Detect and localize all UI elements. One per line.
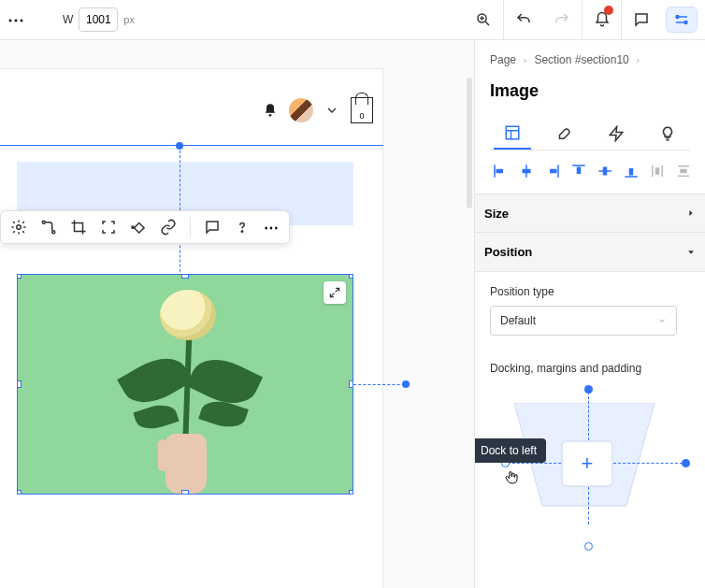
resize-handle[interactable] [349,274,353,279]
svg-marker-38 [688,251,694,253]
undo-button[interactable] [503,0,542,39]
scrollbar-track [467,78,472,208]
svg-rect-12 [134,222,144,233]
selected-image[interactable] [17,274,353,495]
svg-rect-33 [656,168,659,174]
resize-handle[interactable] [17,274,22,279]
path-icon[interactable] [40,219,57,236]
focus-icon[interactable] [100,219,117,236]
tab-interactions[interactable] [597,118,635,150]
svg-rect-20 [496,169,504,174]
avatar [289,98,313,122]
chevron-down-icon [657,316,667,325]
position-type-label: Position type [490,285,690,298]
dock-center-button[interactable]: + [561,440,613,487]
dock-bottom-handle[interactable] [584,542,593,551]
selection-top-edge [0,145,383,146]
svg-line-1 [485,22,489,25]
svg-point-9 [17,225,22,230]
cart-icon: 0 [351,97,373,123]
align-top-button[interactable] [570,162,587,180]
tab-tips[interactable] [649,118,686,150]
guide-dot-icon [176,142,183,150]
dock-right-handle[interactable] [682,459,690,467]
svg-rect-28 [603,167,608,176]
svg-point-6 [676,16,679,19]
panel-title: Image [490,81,690,101]
breadcrumb-item[interactable]: Section #section10 [534,53,628,66]
svg-point-10 [42,221,45,223]
resize-handle[interactable] [181,274,189,279]
resize-handle[interactable] [181,490,189,495]
svg-marker-18 [610,127,623,141]
tab-design[interactable] [545,118,583,150]
resize-handle[interactable] [17,490,22,495]
svg-rect-30 [629,168,634,176]
chevron-right-icon [686,208,696,218]
svg-point-8 [269,114,272,117]
svg-point-7 [684,22,687,24]
distribute-v-button[interactable] [675,162,692,180]
svg-point-11 [52,231,55,234]
align-right-button[interactable] [544,162,561,180]
animation-icon[interactable] [130,219,147,236]
plus-icon: + [582,452,594,476]
floating-toolbar: ⋯ [0,210,290,244]
svg-rect-15 [506,126,519,139]
align-middle-button[interactable] [597,162,613,180]
docking-widget: + Dock to left [499,388,669,538]
dock-tooltip: Dock to left [475,438,546,463]
svg-rect-26 [577,167,582,175]
position-section-header[interactable]: Position [475,233,705,272]
breadcrumb: Page › Section #section10 › [490,53,690,66]
link-icon[interactable] [160,219,177,236]
connect-button[interactable] [666,7,698,33]
chevron-down-icon[interactable] [324,103,339,118]
comments-button[interactable] [621,0,660,39]
crop-icon[interactable] [70,219,87,236]
notifications-button[interactable] [582,0,621,39]
redo-button[interactable] [542,0,582,39]
help-icon[interactable] [234,219,251,236]
canvas[interactable]: 0 ⋯ [0,40,475,588]
svg-point-14 [241,231,243,233]
width-label: W [63,13,73,26]
dock-top-handle[interactable] [584,385,593,394]
svg-rect-22 [523,169,531,174]
align-left-button[interactable] [492,162,509,180]
position-type-select[interactable]: Default [490,306,677,336]
tab-layout[interactable] [494,118,531,150]
bell-icon [263,103,278,118]
more-icon[interactable]: ⋯ [264,219,280,237]
alert-badge-icon [604,6,613,15]
chevron-down-icon [686,248,696,257]
hand-cursor-icon [503,468,520,487]
width-unit: px [123,14,135,25]
svg-rect-24 [550,169,557,174]
breadcrumb-item[interactable]: Page [490,53,516,66]
docking-label: Docking, margins and padding [490,362,690,375]
width-input[interactable] [79,7,118,32]
chevron-right-icon: › [637,55,640,65]
gear-icon[interactable] [10,219,27,236]
chevron-right-icon: › [524,55,526,65]
more-icon[interactable]: ⋯ [7,9,25,30]
resize-handle[interactable] [349,490,353,495]
resize-handle[interactable] [349,380,353,388]
svg-point-13 [132,226,134,228]
distribute-h-button[interactable] [649,162,666,180]
guide-dot-icon [402,380,410,388]
align-bottom-button[interactable] [623,162,640,180]
zoom-button[interactable] [464,0,503,39]
svg-marker-37 [689,210,692,216]
expand-button[interactable] [324,281,346,304]
resize-handle[interactable] [17,380,22,388]
size-section-header[interactable]: Size [475,194,705,233]
svg-rect-36 [681,170,686,173]
horizontal-guide [353,384,410,385]
align-center-button[interactable] [518,162,535,180]
comment-icon[interactable] [204,219,221,236]
